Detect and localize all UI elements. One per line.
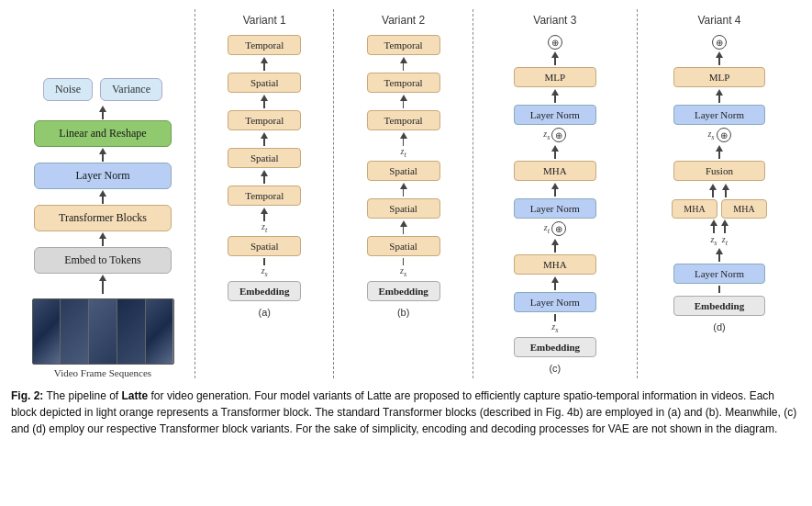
v4-arr-f1 bbox=[709, 184, 717, 197]
v2-arr-3 bbox=[400, 183, 407, 197]
v4-arr-3 bbox=[716, 248, 723, 262]
v4-fusion: Fusion bbox=[673, 161, 765, 181]
v3-zs-row: zs bbox=[551, 314, 558, 334]
v4-mlp: MLP bbox=[673, 67, 765, 87]
v1-zt-row: zt bbox=[261, 208, 268, 234]
variant-4-title: Variant 4 bbox=[697, 14, 740, 27]
v1-arr-1 bbox=[261, 57, 268, 71]
v2-embedding: Embedding bbox=[367, 281, 440, 301]
v3-zs-label-1: zs bbox=[543, 129, 550, 141]
v2-temporal-2: Temporal bbox=[367, 73, 440, 93]
v2-zt-sep: zt bbox=[400, 132, 407, 159]
diagram-area: Noise Variance Linear and Reshape Layer … bbox=[11, 9, 801, 378]
v4-arr-zt bbox=[721, 219, 729, 233]
arrow-head-2 bbox=[99, 148, 106, 154]
arrow-shaft-4 bbox=[102, 239, 104, 246]
linear-reshape-box: Linear and Reshape bbox=[34, 120, 172, 147]
variant-4-block: ⊕ MLP Layer Norm zs ⊕ Fusion bbox=[643, 34, 795, 332]
v4-embed-row bbox=[718, 286, 720, 293]
v3-ln1: Layer Norm bbox=[514, 105, 596, 125]
noise-variance-row: Noise Variance bbox=[43, 78, 162, 101]
v3-arr-4 bbox=[551, 239, 559, 253]
variant-1-block: Temporal Spatial Temporal Spatial Tempor… bbox=[201, 34, 328, 318]
arrow-shaft-2 bbox=[102, 154, 104, 162]
variant-1-title: Variant 1 bbox=[243, 14, 286, 27]
v2-temporal-1: Temporal bbox=[367, 35, 440, 55]
v4-arr-f2 bbox=[722, 184, 729, 197]
arrow-4 bbox=[99, 232, 106, 246]
v4-arr-0 bbox=[716, 51, 723, 65]
variant-2-title: Variant 2 bbox=[382, 14, 425, 27]
v2-arr-4 bbox=[400, 220, 407, 234]
v2-zs-row: zs bbox=[400, 258, 406, 278]
v1-zt-label: zt bbox=[261, 221, 267, 234]
caption-fig-label: Fig. 2: bbox=[11, 389, 43, 402]
v1-zs-label: zs bbox=[261, 265, 268, 278]
variant-1-col: Variant 1 Temporal Spatial Temporal Spat… bbox=[195, 9, 333, 378]
v3-ln3: Layer Norm bbox=[514, 292, 596, 312]
v2-zt-label: zt bbox=[400, 146, 406, 159]
v3-ln2: Layer Norm bbox=[514, 198, 596, 219]
frame-1 bbox=[33, 299, 61, 364]
variance-box: Variance bbox=[100, 78, 162, 101]
v3-letter: (c) bbox=[549, 363, 561, 374]
v3-plus-top: ⊕ bbox=[548, 35, 562, 50]
frame-4 bbox=[117, 299, 146, 364]
v3-arr-3 bbox=[551, 183, 559, 197]
v3-mha1: MHA bbox=[514, 161, 596, 181]
variant-2-col: Variant 2 Temporal Temporal Temporal zt … bbox=[333, 9, 472, 378]
v4-mha2: MHA bbox=[721, 199, 767, 219]
v2-letter: (b) bbox=[397, 307, 409, 318]
v2-temporal-3: Temporal bbox=[367, 110, 440, 130]
v4-ln1: Layer Norm bbox=[673, 105, 765, 125]
v3-mha2: MHA bbox=[514, 254, 596, 275]
caption-text: The pipeline of Latte for video generati… bbox=[11, 389, 796, 435]
noise-box: Noise bbox=[43, 78, 93, 101]
v4-mha1: MHA bbox=[672, 199, 717, 219]
caption-area: Fig. 2: The pipeline of Latte for video … bbox=[11, 388, 801, 437]
v1-arr-2 bbox=[261, 95, 268, 108]
variant-3-col: Variant 3 ⊕ MLP Layer Norm zs ⊕ MHA bbox=[473, 9, 637, 378]
v1-temporal-3: Temporal bbox=[228, 186, 301, 206]
arrow-head-4 bbox=[99, 232, 106, 239]
layer-norm-box: Layer Norm bbox=[34, 163, 172, 189]
v4-arr-zs bbox=[710, 219, 717, 233]
arrow-1 bbox=[99, 106, 106, 119]
v4-zs-label-2: zs bbox=[710, 234, 717, 247]
v3-zs-circle: zs ⊕ bbox=[543, 127, 566, 143]
v1-spatial-1: Spatial bbox=[228, 73, 301, 93]
v4-arr-1 bbox=[716, 89, 723, 103]
v3-arr-2 bbox=[551, 145, 559, 159]
v3-mlp: MLP bbox=[514, 67, 596, 87]
main-container: Noise Variance Linear and Reshape Layer … bbox=[0, 0, 812, 444]
v1-letter: (a) bbox=[258, 307, 270, 318]
v4-arr-fusion-row bbox=[709, 183, 729, 198]
v3-plus-bot: ⊕ bbox=[551, 221, 566, 236]
variant-3-block: ⊕ MLP Layer Norm zs ⊕ MHA Layer Norm bbox=[479, 34, 631, 374]
v4-plus-mid: ⊕ bbox=[717, 128, 731, 142]
v4-arr-2 bbox=[716, 145, 723, 159]
v4-zt-label: zt bbox=[722, 234, 728, 247]
arrow-head-3 bbox=[99, 190, 106, 197]
v1-arr-3 bbox=[261, 132, 268, 146]
arrow-shaft-1 bbox=[102, 112, 104, 119]
v3-zt-label: zt bbox=[544, 222, 550, 235]
v2-spatial-2: Spatial bbox=[367, 198, 440, 219]
embed-tokens-box: Embed to Tokens bbox=[34, 247, 172, 274]
v1-spatial-2: Spatial bbox=[228, 148, 301, 168]
v2-zs-label: zs bbox=[400, 265, 406, 278]
v2-arr-1 bbox=[400, 57, 407, 71]
v2-arr-2 bbox=[400, 95, 407, 108]
v3-embedding: Embedding bbox=[514, 337, 596, 357]
transformer-blocks-box: Transformer Blocks bbox=[34, 205, 172, 231]
v4-zs-label: zs bbox=[707, 129, 714, 141]
v4-mha-row: MHA MHA bbox=[672, 199, 767, 219]
arrow-shaft-5 bbox=[102, 281, 104, 294]
v2-spatial-3: Spatial bbox=[367, 236, 440, 256]
v1-spatial-3: Spatial bbox=[228, 236, 301, 256]
frame-3 bbox=[89, 299, 117, 364]
arrow-5 bbox=[99, 275, 106, 294]
v3-zt-circle: zt ⊕ bbox=[544, 220, 566, 237]
arrow-3 bbox=[99, 190, 106, 204]
v4-letter: (d) bbox=[713, 321, 725, 332]
